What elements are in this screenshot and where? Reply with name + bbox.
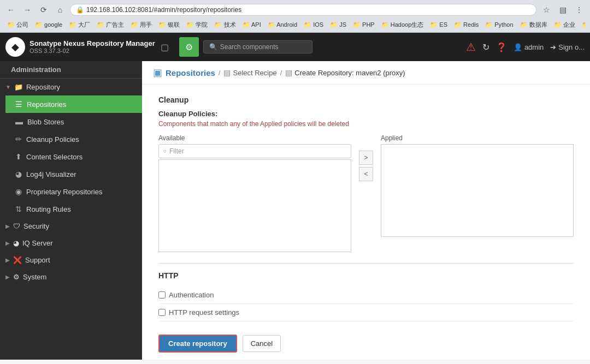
sidebar-group-label: Support — [25, 256, 50, 264]
bookmark-button[interactable]: ☆ — [540, 3, 553, 16]
bookmark-test[interactable]: 📁 测试 — [579, 20, 586, 30]
settings-button[interactable]: ⋮ — [573, 3, 586, 16]
bookmark-hadoop[interactable]: 📁 Hadoop生态 — [379, 20, 427, 30]
header-right: ⚠ ↻ ❓ 👤 admin ➔ Sign o... — [466, 40, 585, 53]
applied-box: Applied — [381, 134, 574, 237]
bookmark-jishu[interactable]: 📁 技术 — [211, 20, 238, 30]
applied-label: Applied — [381, 134, 574, 142]
available-list[interactable] — [158, 159, 351, 252]
create-icon: ▤ — [285, 68, 292, 77]
applied-list[interactable] — [381, 144, 574, 237]
chevron-right-icon: ▶ — [5, 223, 10, 229]
chevron-right-icon: ▶ — [5, 274, 10, 280]
filter-placeholder: Filter — [169, 147, 184, 155]
app-body: Administration ▼ 📁 Repository ☰ Reposito… — [0, 61, 590, 360]
transfer-forward-button[interactable]: > — [359, 151, 373, 165]
sidebar-item-label: Cleanup Policies — [26, 135, 79, 144]
routing-icon: ⇅ — [15, 205, 22, 213]
transfer-back-button[interactable]: < — [359, 167, 373, 181]
chevron-right-icon: ▶ — [5, 257, 10, 263]
help-icon[interactable]: ❓ — [496, 42, 507, 52]
filter-icon: ▿ — [163, 148, 167, 155]
cancel-button[interactable]: Cancel — [243, 335, 281, 352]
sidebar-group-iq-server[interactable]: ▶ ◕ IQ Server — [0, 235, 142, 252]
refresh-icon[interactable]: ↻ — [482, 42, 489, 52]
sidebar-item-routing-rules[interactable]: ⇅ Routing Rules — [5, 200, 142, 218]
sidebar-group-system[interactable]: ▶ ⚙ System — [0, 268, 142, 285]
bookmark-xueyuan[interactable]: 📁 学院 — [184, 20, 210, 30]
home-button[interactable]: ⌂ — [54, 3, 67, 16]
chevron-right-icon: ▶ — [5, 240, 10, 246]
breadcrumb-select-recipe[interactable]: ▤ Select Recipe — [223, 68, 276, 77]
admin-user-button[interactable]: 👤 admin — [514, 43, 544, 51]
bookmark-js[interactable]: 📁 JS — [327, 20, 349, 30]
sidebar-group-repository[interactable]: ▼ 📁 Repository — [0, 79, 142, 96]
http-request-checkbox[interactable] — [158, 309, 166, 316]
bookmark-ios[interactable]: 📁 IOS — [301, 20, 326, 30]
bookmark-php[interactable]: 📁 PHP — [350, 20, 377, 30]
bookmark-api[interactable]: 📁 API — [240, 20, 264, 30]
chevron-down-icon: ▼ — [5, 84, 11, 90]
user-icon: 👤 — [514, 43, 522, 51]
bookmark-dachang[interactable]: 📁 大厂 — [66, 20, 93, 30]
search-box[interactable]: 🔍 Search components — [203, 40, 312, 53]
refresh-button[interactable]: ⟳ — [37, 3, 50, 16]
bookmark-yinlian[interactable]: 📁 银联 — [156, 20, 182, 30]
create-repository-button[interactable]: Create repository — [158, 335, 237, 353]
bookmark-google[interactable]: 📁 google — [32, 20, 65, 30]
sidebar-group-security[interactable]: ▶ 🛡 Security — [0, 218, 142, 235]
support-icon: ❌ — [13, 256, 22, 264]
sign-out-icon: ➔ — [550, 43, 556, 51]
bookmark-gongsi[interactable]: 📁 公司 — [4, 20, 31, 30]
authentication-checkbox[interactable] — [158, 291, 166, 299]
sidebar-item-label: Routing Rules — [26, 205, 71, 213]
bookmark-enterprise[interactable]: 📁 企业 — [551, 20, 578, 30]
sign-out-button[interactable]: ➔ Sign o... — [550, 43, 585, 51]
sign-out-label: Sign o... — [558, 43, 585, 51]
breadcrumb-sep2: / — [280, 69, 282, 77]
policies-row: Available ▿ Filter > < Applie — [158, 134, 574, 252]
address-bar[interactable]: 🔒 192.168.106.102:8081/#admin/repository… — [70, 4, 536, 16]
bookmark-redis[interactable]: 📁 Redis — [451, 20, 481, 30]
brush-icon: ✏ — [15, 135, 22, 144]
filter-input[interactable]: ▿ Filter — [158, 144, 351, 158]
alert-icon[interactable]: ⚠ — [466, 40, 476, 53]
back-button[interactable]: ← — [4, 3, 17, 16]
list-icon: ☰ — [15, 100, 22, 109]
bookmark-database[interactable]: 📁 数据库 — [517, 20, 550, 30]
sidebar-group-support[interactable]: ▶ ❌ Support — [0, 252, 142, 268]
app-name: Sonatype Nexus Repository Manager — [30, 39, 155, 48]
logo-icon: ◆ — [5, 37, 25, 57]
sidebar: Administration ▼ 📁 Repository ☰ Reposito… — [0, 61, 142, 360]
sidebar-item-proprietary[interactable]: ◉ Proprietary Repositories — [5, 183, 142, 200]
app-version: OSS 3.37.3-02 — [30, 47, 155, 55]
app-logo: ◆ Sonatype Nexus Repository Manager OSS … — [5, 37, 155, 57]
repositories-icon: ▣ — [153, 67, 162, 79]
bookmark-guanggao[interactable]: 📁 广告主 — [94, 20, 127, 30]
breadcrumb-repositories[interactable]: Repositories — [166, 68, 215, 77]
sidebar-item-repositories[interactable]: ☰ Repositories — [5, 96, 142, 113]
extensions-button[interactable]: ▤ — [556, 3, 569, 16]
bookmark-python[interactable]: 📁 Python — [482, 20, 516, 30]
sidebar-item-cleanup-policies[interactable]: ✏ Cleanup Policies — [5, 130, 142, 148]
sidebar-item-blob-stores[interactable]: ▬ Blob Stores — [5, 113, 142, 130]
bookmark-android[interactable]: 📁 Android — [265, 20, 300, 30]
authentication-label: Authentication — [169, 291, 214, 299]
system-icon: ⚙ — [13, 273, 20, 281]
bookmark-yongshou[interactable]: 📁 用手 — [128, 20, 155, 30]
bookmark-es[interactable]: 📁 ES — [427, 20, 450, 30]
admin-button[interactable]: ⚙ — [179, 37, 199, 57]
security-icon: 🛡 — [13, 222, 20, 230]
sidebar-item-label: Proprietary Repositories — [26, 188, 102, 196]
sidebar-group-label: Security — [23, 222, 49, 230]
forward-button[interactable]: → — [21, 3, 34, 16]
sidebar-item-log4j[interactable]: ◕ Log4j Visualizer — [5, 165, 142, 183]
sidebar-item-content-selectors[interactable]: ⬆ Content Selectors — [5, 148, 142, 165]
search-icon: 🔍 — [209, 43, 217, 51]
form-actions: Create repository Cancel — [158, 335, 574, 353]
cleanup-policies-desc: Components that match any of the Applied… — [158, 120, 574, 128]
http-request-label: HTTP request settings — [169, 308, 239, 317]
transfer-buttons: > < — [357, 134, 375, 181]
browse-button[interactable]: ▢ — [155, 37, 175, 57]
search-placeholder: Search components — [220, 43, 279, 51]
